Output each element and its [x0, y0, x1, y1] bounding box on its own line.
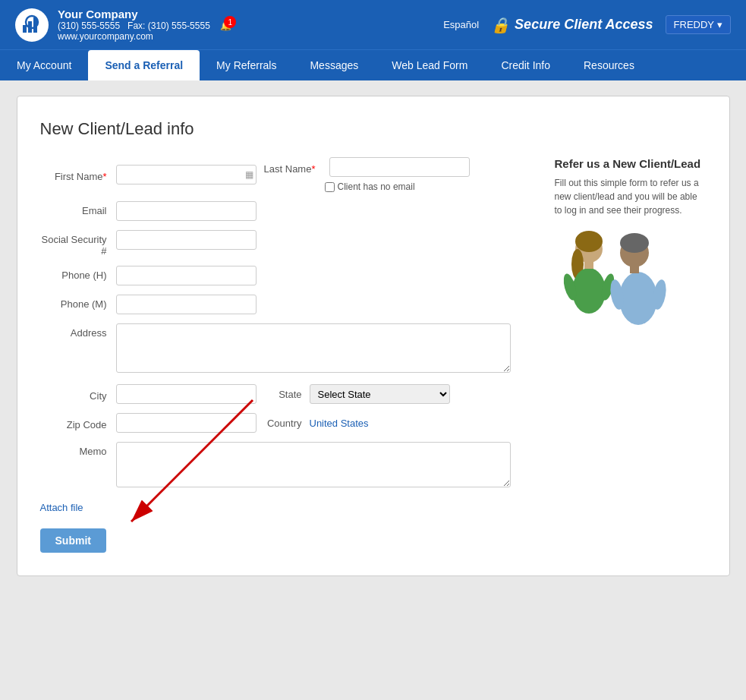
submit-section: Submit	[40, 528, 540, 553]
nav-item-credit-info[interactable]: Credit Info	[484, 50, 567, 80]
memo-label: Memo	[40, 442, 116, 457]
header: Your Company (310) 555-5555 Fax: (310) 5…	[0, 0, 746, 49]
memo-field-wrapper	[116, 442, 540, 490]
phone-m-label: Phone (M)	[40, 295, 116, 310]
email-label: Email	[40, 201, 116, 216]
company-logo	[15, 8, 49, 42]
attach-file-link[interactable]: Attach file	[40, 502, 83, 513]
name-row: First Name* ▦ Last Name*	[40, 157, 540, 192]
last-name-row: Last Name*	[264, 157, 470, 177]
nav-item-my-account[interactable]: My Account	[0, 50, 88, 80]
last-name-input[interactable]	[329, 157, 470, 177]
first-name-label: First Name*	[40, 167, 116, 182]
attach-file-section: Attach file	[40, 499, 540, 522]
svg-rect-17	[630, 263, 639, 273]
user-menu[interactable]: FREDDY ▾	[666, 15, 731, 34]
required-star: *	[102, 171, 106, 182]
svg-point-16	[619, 272, 657, 325]
phone-m-input[interactable]	[116, 295, 257, 314]
address-row: Address	[40, 323, 540, 375]
calendar-icon: ▦	[245, 169, 253, 180]
sidebar-title: Refer us a New Client/Lead	[555, 157, 707, 170]
notification-badge: 1	[224, 16, 236, 28]
nav-item-web-lead-form[interactable]: Web Lead Form	[375, 50, 484, 80]
first-name-field: First Name* ▦	[40, 165, 257, 184]
notification-bell[interactable]: 🔔 1	[220, 20, 231, 31]
svg-point-15	[620, 233, 649, 253]
address-label: Address	[40, 323, 116, 339]
ssn-label: Social Security #	[40, 230, 116, 257]
form-container: New Client/Lead info First Name* ▦	[17, 96, 730, 576]
no-email-checkbox[interactable]	[325, 182, 335, 192]
memo-input[interactable]	[116, 442, 511, 487]
no-email-label: Client has no email	[338, 181, 415, 192]
chevron-down-icon: ▾	[717, 19, 722, 30]
zip-field: Zip Code	[40, 413, 257, 433]
people-illustration	[555, 226, 676, 340]
phone-h-field-wrapper	[116, 266, 540, 285]
phone-h-label: Phone (H)	[40, 266, 116, 281]
form-title: New Client/Lead info	[40, 119, 707, 139]
nav-item-send-referral[interactable]: Send a Referral	[88, 50, 200, 80]
no-email-row: Client has no email	[325, 181, 470, 192]
header-right: Español 🔒 Secure Client Access FREDDY ▾	[443, 15, 731, 34]
nav-item-my-referrals[interactable]: My Referrals	[200, 50, 293, 80]
phone-m-row: Phone (M)	[40, 295, 540, 314]
memo-row: Memo	[40, 442, 540, 490]
state-label: State	[264, 389, 310, 400]
required-star-2: *	[311, 163, 315, 175]
city-label: City	[40, 386, 116, 402]
phone-h-row: Phone (H)	[40, 266, 540, 285]
first-name-input-wrapper: ▦	[116, 165, 257, 184]
zip-country-row: Zip Code Country United States	[40, 413, 540, 433]
header-left: Your Company (310) 555-5555 Fax: (310) 5…	[15, 8, 231, 42]
state-select[interactable]: Select State Alabama Alaska Arizona Cali…	[310, 384, 450, 404]
submit-button[interactable]: Submit	[40, 528, 106, 553]
svg-point-10	[572, 268, 606, 314]
email-input[interactable]	[116, 201, 257, 221]
main-content: New Client/Lead info First Name* ▦	[0, 80, 746, 612]
company-url: www.yourcompany.com	[58, 31, 231, 42]
svg-rect-13	[584, 258, 593, 269]
country-value: United States	[310, 418, 369, 429]
secure-access: 🔒 Secure Client Access	[491, 16, 653, 34]
state-field: State Select State Alabama Alaska Arizon…	[264, 384, 450, 404]
lock-icon: 🔒	[491, 16, 510, 34]
country-field: Country United States	[264, 418, 369, 429]
svg-rect-0	[23, 25, 27, 33]
country-label: Country	[264, 418, 310, 429]
city-input[interactable]	[116, 384, 257, 404]
phone-h-input[interactable]	[116, 266, 257, 285]
sidebar-description: Fill out this simple form to refer us a …	[555, 176, 707, 217]
nav-item-messages[interactable]: Messages	[293, 50, 375, 80]
email-field-wrapper	[116, 201, 540, 221]
last-name-section: Last Name* Client has no email	[264, 157, 470, 192]
nav-item-resources[interactable]: Resources	[567, 50, 651, 80]
company-info: Your Company (310) 555-5555 Fax: (310) 5…	[58, 8, 231, 42]
ssn-field-wrapper	[116, 230, 540, 250]
espanol-link[interactable]: Español	[443, 19, 479, 30]
form-sidebar: Refer us a New Client/Lead Fill out this…	[555, 157, 707, 553]
form-body: First Name* ▦ Last Name*	[40, 157, 707, 553]
email-row: Email	[40, 201, 540, 221]
form-bottom: Affiliate can click here to attach multi…	[40, 499, 540, 553]
ssn-row: Social Security #	[40, 230, 540, 257]
address-field-wrapper	[116, 323, 540, 375]
zip-input[interactable]	[116, 413, 257, 433]
navigation: My Account Send a Referral My Referrals …	[0, 49, 746, 80]
address-input[interactable]	[116, 323, 511, 373]
company-name: Your Company	[58, 8, 231, 20]
ssn-input[interactable]	[116, 230, 257, 250]
svg-point-8	[575, 231, 603, 252]
city-field: City	[40, 384, 257, 404]
first-name-input[interactable]	[116, 165, 257, 184]
last-name-label: Last Name*	[264, 159, 325, 175]
phone-m-field-wrapper	[116, 295, 540, 314]
company-phone: (310) 555-5555 Fax: (310) 555-5555 🔔 1	[58, 20, 231, 31]
city-state-row: City State Select State Alabama Alaska A…	[40, 384, 540, 404]
zip-label: Zip Code	[40, 415, 116, 430]
form-left: First Name* ▦ Last Name*	[40, 157, 540, 553]
